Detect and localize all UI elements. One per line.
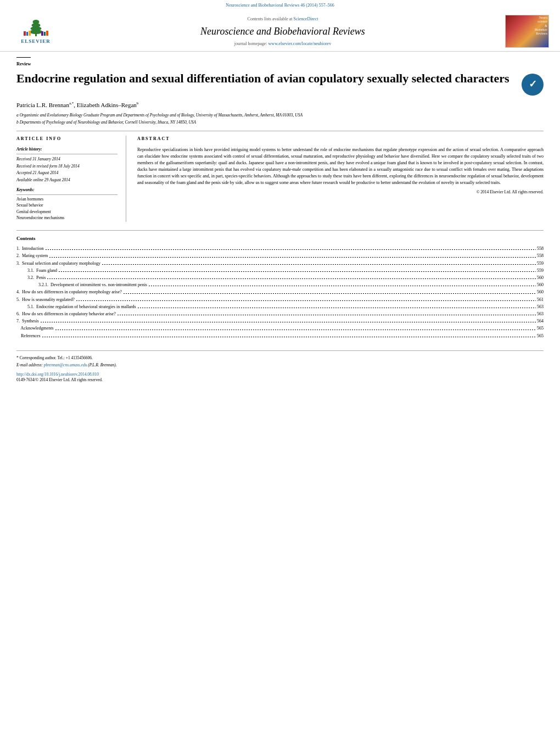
toc-cell: 2. Mating system558 [16,252,544,259]
toc-dots [49,257,536,258]
contents-heading: Contents [16,235,544,242]
toc-row-inner: 5. How is seasonality regulated?561 [16,297,544,303]
toc-row-inner: 4. How do sex differences in copulatory … [16,289,544,295]
toc-cell: 1. Introduction558 [16,245,544,252]
toc-item: 1. Introduction558 [16,245,544,252]
toc-dots [123,293,536,294]
homepage-url[interactable]: www.elsevier.com/locate/neubiorev [268,41,332,46]
email-label: E-mail address: [16,362,43,367]
article-type-badge: Review [16,57,31,68]
abstract-paragraph: Reproductive specializations in birds ha… [137,147,544,186]
toc-dots [45,249,536,250]
toc-page: 561 [537,297,544,303]
toc-item: 5. How is seasonality regulated?561 [16,296,544,303]
toc-number: 3.1. Foam gland [27,267,57,274]
toc-page: 559 [537,260,544,266]
keyword-3: Genital development [16,209,117,215]
citation-bar: Neuroscience and Biobehavioral Reviews 4… [0,0,560,10]
accepted-date: Accepted 21 August 2014 [16,170,117,176]
affil-a: a Organismic and Evolutionary Biology Gr… [16,113,544,119]
toc-row-inner: 3.1. Foam gland559 [16,267,544,274]
author-b-super: b [137,101,139,105]
issn-text: 0149-7634/© 2014 Elsevier Ltd. All right… [16,377,544,383]
abstract-column: ABSTRACT Reproductive specializations in… [137,136,544,221]
toc-dots [58,271,536,272]
elsevier-logo: ELSEVIER [11,18,60,45]
toc-cell: 5. How is seasonality regulated?561 [16,296,544,303]
affil-b: b Departments of Psychology and of Neuro… [16,120,544,126]
authors-line: Patricia L.R. Brennana,*, Elizabeth Adki… [16,101,544,109]
toc-item: 3.2.1. Development of intromittent vs. n… [16,281,544,288]
toc-dots [148,286,536,286]
toc-cell: 3.2.1. Development of intromittent vs. n… [16,281,544,288]
toc-cell: Acknowledgments565 [16,325,544,332]
toc-item: 3.2. Penis560 [16,274,544,281]
keywords-label: Keywords: [16,187,117,195]
toc-dots [55,330,536,330]
journal-homepage: journal homepage: www.elsevier.com/locat… [71,41,494,47]
toc-row-inner: 2. Mating system558 [16,253,544,259]
toc-row-inner: 3.2.1. Development of intromittent vs. n… [16,282,544,288]
abstract-text: Reproductive specializations in birds ha… [137,147,544,186]
keyword-4: Neuroendocrine mechanisms [16,215,117,221]
svg-rect-6 [26,32,28,36]
toc-dots [137,308,536,308]
toc-page: 563 [537,304,544,310]
toc-page: 560 [537,289,544,295]
email-link[interactable]: pbrennan@cns.umass.edu [44,362,87,367]
toc-row-inner: Acknowledgments565 [16,325,544,331]
toc-number: 3. Sexual selection and copulatory morph… [16,260,100,266]
abstract-heading: ABSTRACT [137,136,544,142]
toc-cell: 4. How do sex differences in copulatory … [16,288,544,295]
doi-link[interactable]: http://dx.doi.org/10.1016/j.neubiorev.20… [16,372,544,378]
toc-number: 3.2.1. Development of intromittent vs. n… [38,282,147,288]
toc-page: 565 [537,325,544,331]
sciencedirect-link[interactable]: ScienceDirect [294,16,318,21]
toc-item: 2. Mating system558 [16,252,544,259]
toc-number: 6. How do sex differences in copulatory … [16,311,116,317]
toc-page: 559 [537,267,544,274]
toc-item: 3.1. Foam gland559 [16,267,544,274]
toc-number: 5.1. Endocrine regulation of behavioral … [27,304,136,310]
toc-item: 7. Synthesis564 [16,317,544,325]
toc-number: Acknowledgments [16,325,54,331]
journal-name: Neuroscience and Biobehavioral Reviews [71,25,494,38]
contents-available-text: Contents lists available at ScienceDirec… [71,16,494,22]
toc-cell: 6. How do sex differences in copulatory … [16,310,544,317]
toc-number: References [16,333,41,339]
toc-page: 558 [537,246,544,252]
elsevier-wordmark: ELSEVIER [21,38,51,45]
toc-row-inner: 6. How do sex differences in copulatory … [16,311,544,317]
footer-section: * Corresponding author. Tel.: +1 4135456… [16,350,544,383]
svg-point-4 [32,20,39,24]
toc-number: 5. How is seasonality regulated? [16,297,75,303]
journal-header: ELSEVIER Contents lists available at Sci… [0,10,560,52]
toc-cell: References565 [16,332,544,339]
keyword-2: Sexual behavior [16,203,117,209]
author-a-name: Patricia L.R. Brennan [16,102,69,108]
toc-dots [76,300,536,301]
svg-rect-8 [41,31,43,36]
crossmark-badge: ✓ [522,74,544,96]
online-date: Available online 29 August 2014 [16,177,117,183]
toc-item: 4. How do sex differences in copulatory … [16,288,544,295]
toc-page: 564 [537,318,544,324]
journal-logo-label: Neuroscience&BiobehavReviews [534,15,548,37]
journal-logo-right: Neuroscience&BiobehavReviews [505,15,549,48]
toc-row-inner: 3.2. Penis560 [16,275,544,281]
toc-dots [102,264,536,265]
toc-row-inner: References565 [16,333,544,339]
toc-item: 6. How do sex differences in copulatory … [16,310,544,317]
article-info-column: ARTICLE INFO Article history: Received 3… [16,136,126,221]
revised-date: Received in revised form 18 July 2014 [16,164,117,170]
title-row: Endocrine regulation and sexual differen… [16,71,544,96]
toc-number: 3.2. Penis [27,275,46,281]
article-info-heading: ARTICLE INFO [16,136,117,142]
two-column-section: ARTICLE INFO Article history: Received 3… [16,131,544,221]
header-center: Contents lists available at ScienceDirec… [60,16,505,47]
toc-cell: 3.2. Penis560 [16,274,544,281]
keyword-1: Avian hormones [16,197,117,203]
toc-number: 4. How do sex differences in copulatory … [16,289,122,295]
elsevier-tree-icon [21,18,51,37]
article-history-label: Article history: [16,147,117,155]
